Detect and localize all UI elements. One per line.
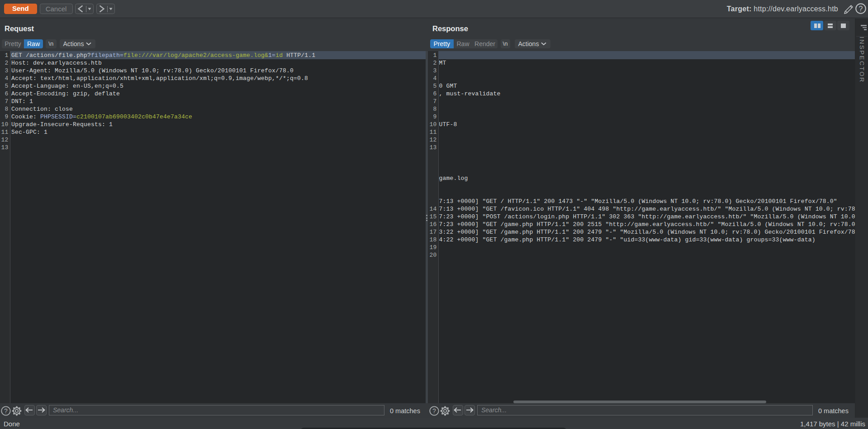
svg-text:?: ? [4, 407, 8, 415]
svg-text:?: ? [859, 5, 863, 13]
svg-text:?: ? [432, 407, 436, 415]
